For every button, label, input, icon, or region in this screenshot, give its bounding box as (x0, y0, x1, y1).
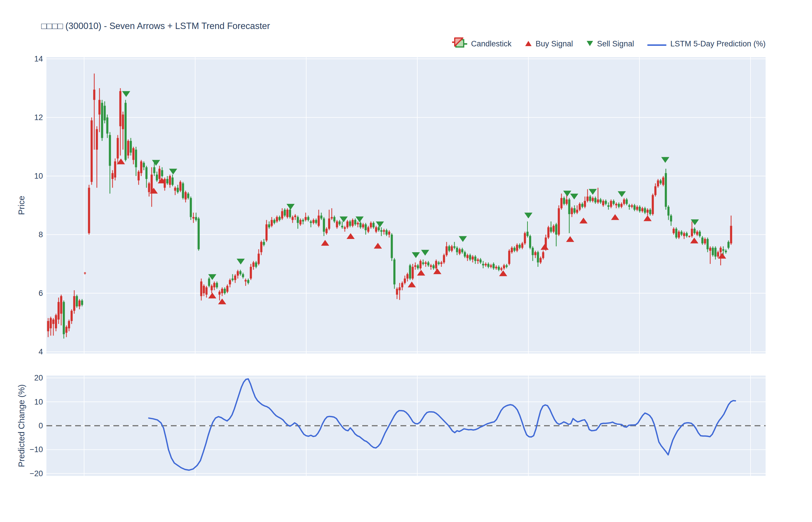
candle-body[interactable] (73, 296, 75, 310)
legend-item-buy[interactable]: Buy Signal (525, 39, 573, 48)
candle-body[interactable] (239, 271, 241, 274)
candle-body[interactable] (500, 268, 502, 270)
candle-body[interactable] (208, 278, 210, 286)
candle-body[interactable] (88, 188, 90, 233)
candle-body[interactable] (701, 238, 703, 243)
candle-body[interactable] (138, 172, 140, 180)
price-plot-area[interactable] (46, 57, 766, 354)
candle-body[interactable] (65, 327, 67, 333)
candle-body[interactable] (145, 167, 147, 179)
candle-body[interactable] (49, 318, 52, 328)
candle-body[interactable] (328, 218, 330, 228)
candle-body[interactable] (560, 198, 562, 208)
candle-body[interactable] (55, 315, 57, 328)
candle-body[interactable] (98, 100, 100, 114)
candle-body[interactable] (289, 210, 291, 217)
candle-body[interactable] (122, 115, 124, 129)
candle-body[interactable] (339, 222, 341, 224)
candle-body[interactable] (310, 222, 312, 223)
candle-body[interactable] (166, 179, 168, 183)
candle-body[interactable] (399, 287, 401, 290)
candle-body[interactable] (362, 224, 364, 227)
candle-body[interactable] (372, 223, 374, 227)
candle-body[interactable] (714, 248, 716, 256)
candle-body[interactable] (252, 262, 254, 267)
candle-body[interactable] (704, 239, 706, 243)
candle-wick[interactable] (399, 283, 400, 300)
candle-body[interactable] (396, 289, 398, 295)
candle-body[interactable] (278, 217, 280, 220)
candle-body[interactable] (106, 117, 108, 134)
candle-body[interactable] (312, 220, 314, 223)
candle-body[interactable] (469, 255, 471, 260)
candle-body[interactable] (161, 170, 163, 176)
candle-body[interactable] (114, 162, 116, 178)
candle-body[interactable] (385, 230, 387, 235)
candle-body[interactable] (492, 264, 494, 268)
candle-body[interactable] (302, 220, 304, 221)
legend-item-candlestick[interactable]: Candlestick (452, 36, 511, 52)
candle-body[interactable] (675, 229, 677, 238)
candle-body[interactable] (727, 242, 729, 248)
candle-body[interactable] (667, 207, 669, 216)
candle-body[interactable] (57, 302, 59, 320)
candle-body[interactable] (307, 217, 309, 220)
candle-body[interactable] (273, 220, 275, 223)
candle-body[interactable] (578, 204, 581, 210)
candle-body[interactable] (221, 289, 223, 293)
candle-body[interactable] (84, 273, 86, 274)
candle-body[interactable] (406, 274, 408, 278)
candle-body[interactable] (391, 235, 393, 258)
candle-body[interactable] (336, 222, 338, 227)
candle-body[interactable] (150, 175, 153, 192)
candle-body[interactable] (143, 163, 145, 167)
candle-body[interactable] (717, 252, 719, 257)
candle-body[interactable] (119, 91, 121, 126)
candle-body[interactable] (594, 198, 596, 202)
candle-body[interactable] (453, 246, 455, 248)
candle-body[interactable] (459, 249, 461, 254)
candle-body[interactable] (686, 233, 688, 236)
candle-body[interactable] (103, 106, 105, 120)
candle-body[interactable] (435, 261, 437, 268)
candle-body[interactable] (304, 217, 306, 220)
candle-body[interactable] (529, 236, 531, 248)
candle-body[interactable] (318, 216, 320, 226)
candle-body[interactable] (607, 205, 609, 207)
candle-body[interactable] (187, 194, 189, 198)
candle-body[interactable] (526, 232, 528, 236)
candle-body[interactable] (281, 211, 283, 218)
candle-body[interactable] (709, 248, 711, 250)
candle-wick[interactable] (384, 229, 385, 235)
candle-body[interactable] (581, 204, 583, 207)
candle-body[interactable] (482, 264, 484, 265)
candle-body[interactable] (610, 201, 612, 207)
candle-body[interactable] (130, 141, 131, 153)
candle-body[interactable] (76, 296, 78, 306)
candle-body[interactable] (265, 224, 267, 241)
candle-body[interactable] (540, 258, 542, 262)
candle-wick[interactable] (345, 226, 345, 232)
candle-body[interactable] (331, 217, 333, 218)
candle-body[interactable] (631, 205, 633, 207)
candle-body[interactable] (370, 223, 372, 227)
candle-body[interactable] (506, 265, 508, 267)
candle-body[interactable] (153, 167, 155, 173)
candle-body[interactable] (485, 264, 487, 265)
candle-body[interactable] (164, 179, 166, 188)
candle-body[interactable] (427, 262, 429, 265)
candle-body[interactable] (383, 230, 385, 232)
candle-body[interactable] (566, 200, 568, 204)
candle-wick[interactable] (175, 186, 176, 195)
candle-body[interactable] (425, 262, 427, 264)
candle-body[interactable] (636, 207, 638, 210)
candle-body[interactable] (479, 260, 481, 262)
candle-body[interactable] (190, 198, 192, 217)
candle-body[interactable] (571, 208, 573, 214)
candle-body[interactable] (445, 246, 447, 255)
candle-body[interactable] (722, 249, 724, 250)
candle-body[interactable] (495, 267, 497, 268)
candle-wick[interactable] (454, 242, 455, 249)
candle-body[interactable] (456, 248, 458, 252)
candle-body[interactable] (124, 103, 126, 160)
